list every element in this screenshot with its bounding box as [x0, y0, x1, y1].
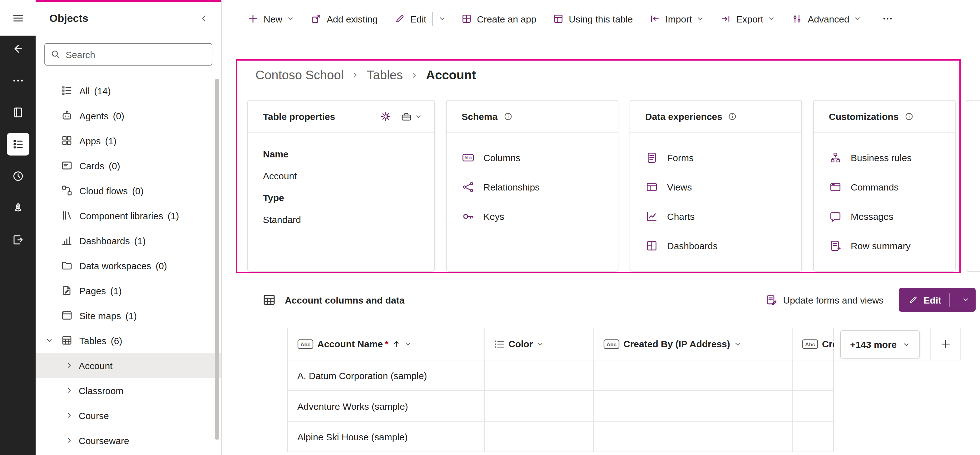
table-usage-icon	[552, 13, 564, 24]
rail-solutions-button[interactable]	[6, 101, 29, 124]
advanced-sliders-icon	[791, 13, 803, 24]
account-name-cell: Alpine Ski House (sample)	[288, 422, 485, 452]
views-link[interactable]: Views	[636, 172, 795, 202]
new-button[interactable]: New	[239, 6, 302, 31]
sidebar-item-cloud-flows[interactable]: Cloud flows (0)	[36, 178, 221, 203]
field-label-type: Type	[263, 187, 419, 208]
rail-objects-button[interactable]	[6, 133, 29, 156]
columns-link[interactable]: Abc Columns	[453, 143, 611, 172]
sidebar-scrollbar-thumb[interactable]	[215, 79, 219, 440]
field-value-name: Account	[263, 165, 419, 187]
text-type-icon: Abc	[603, 339, 620, 349]
sidebar-item-data-workspaces[interactable]: Data workspaces (0)	[36, 253, 221, 278]
sitemap-icon	[60, 309, 73, 321]
sidebar-item-classroom[interactable]: Classroom	[36, 378, 221, 403]
table-row[interactable]: Alpine Ski House (sample)	[288, 422, 833, 452]
collapse-sidebar-button[interactable]	[197, 11, 211, 25]
breadcrumb-tables-link[interactable]: Tables	[367, 68, 403, 83]
edit-dropdown-button[interactable]	[433, 6, 452, 31]
notebook-icon	[11, 106, 24, 119]
sidebar-item-pages[interactable]: Pages (1)	[36, 278, 221, 303]
export-button[interactable]: Export	[712, 6, 784, 31]
column-header-color[interactable]: Color	[485, 328, 594, 360]
table-settings-button[interactable]	[377, 107, 395, 126]
sidebar-item-site-maps[interactable]: Site maps (1)	[36, 303, 221, 328]
app-grid-icon	[461, 13, 472, 24]
sidebar-item-cards[interactable]: Cards (0)	[36, 153, 221, 178]
views-icon	[645, 180, 658, 194]
sidebar-item-agents[interactable]: Agents (0)	[36, 103, 221, 128]
business-rules-link[interactable]: Business rules	[820, 143, 949, 172]
using-this-table-button[interactable]: Using this table	[544, 6, 641, 31]
svg-text:Abc: Abc	[606, 341, 616, 347]
text-type-icon: Abc	[802, 339, 818, 349]
sidebar-title: Objects	[49, 12, 88, 25]
edit-button[interactable]: Edit	[386, 6, 432, 31]
info-icon[interactable]	[904, 112, 913, 121]
sidebar-item-account[interactable]: Account	[36, 353, 221, 378]
sidebar-item-tables[interactable]: Tables (6)	[36, 328, 221, 353]
line-chart-icon	[645, 210, 658, 223]
messages-link[interactable]: Messages	[820, 202, 949, 231]
rail-history-button[interactable]	[6, 165, 29, 188]
charts-link[interactable]: Charts	[636, 202, 795, 231]
data-experiences-card: Data experiences Forms Views	[630, 100, 802, 272]
row-summary-link[interactable]: Row summary	[820, 231, 949, 261]
table-hub-cards: Table properties Name	[247, 100, 956, 272]
sidebar-item-component-libraries[interactable]: Component libraries (1)	[36, 203, 221, 228]
add-existing-button[interactable]: Add existing	[302, 6, 386, 31]
bot-icon	[60, 109, 73, 122]
hamburger-button[interactable]	[0, 0, 36, 36]
chevron-down-icon	[438, 15, 445, 22]
table-row[interactable]: Adventure Works (sample)	[288, 391, 833, 422]
sidebar-item-course[interactable]: Course	[36, 403, 221, 428]
column-header-created-by-ip[interactable]: Abc Created By (IP Address)	[594, 328, 792, 360]
forms-link[interactable]: Forms	[636, 143, 795, 172]
grid-header-row: Abc Account Name * Color Abc Created By …	[288, 328, 833, 360]
sidebar-item-courseware[interactable]: Courseware	[36, 428, 221, 453]
commands-link[interactable]: Commands	[820, 172, 949, 202]
info-icon[interactable]	[503, 112, 512, 121]
svg-text:Abc: Abc	[805, 341, 815, 347]
account-name-cell: A. Datum Corporation (sample)	[288, 360, 485, 390]
more-columns-button[interactable]: +143 more	[840, 330, 920, 358]
toolbar-overflow-button[interactable]	[875, 6, 900, 31]
relationships-icon	[461, 180, 475, 194]
account-data-grid: Abc Account Name * Color Abc Created By …	[287, 328, 834, 452]
column-header-account-name[interactable]: Abc Account Name *	[288, 328, 485, 360]
toolbox-icon	[400, 111, 412, 123]
import-button[interactable]: Import	[641, 6, 712, 31]
column-header-truncated[interactable]: Abc Crea	[792, 328, 834, 360]
field-label-name: Name	[263, 143, 419, 165]
create-an-app-button[interactable]: Create an app	[452, 6, 544, 31]
history-clock-icon	[11, 170, 24, 182]
sidebar-item-dashboards[interactable]: Dashboards (1)	[36, 228, 221, 253]
breadcrumb-solution-link[interactable]: Contoso School	[256, 68, 344, 83]
add-column-button[interactable]	[930, 328, 960, 360]
info-icon[interactable]	[728, 112, 737, 121]
dashboard-icon	[645, 239, 658, 252]
update-forms-and-views-button[interactable]: Update forms and views	[765, 294, 884, 306]
chevron-right-icon	[351, 71, 359, 79]
rail-publish-button[interactable]	[6, 229, 29, 251]
sort-ascending-icon	[392, 340, 400, 348]
sidebar-search	[45, 43, 212, 65]
row-summary-icon	[829, 239, 842, 252]
rail-launch-button[interactable]	[6, 197, 29, 219]
edit-table-dropdown-button[interactable]	[956, 288, 976, 312]
advanced-button[interactable]: Advanced	[783, 6, 869, 31]
dashboards-link[interactable]: Dashboards	[636, 231, 795, 261]
columns-abc-icon: Abc	[461, 151, 475, 164]
table-row[interactable]: A. Datum Corporation (sample)	[288, 360, 833, 391]
rail-more-button[interactable]	[6, 69, 29, 92]
search-input[interactable]	[65, 49, 206, 60]
edit-table-button[interactable]: Edit	[923, 294, 941, 305]
relationships-link[interactable]: Relationships	[453, 172, 611, 202]
plus-icon	[247, 13, 259, 24]
sidebar-item-apps[interactable]: Apps (1)	[36, 128, 221, 153]
partial-card-edge	[966, 100, 980, 272]
table-tools-button[interactable]	[397, 107, 425, 126]
keys-link[interactable]: Keys	[453, 202, 611, 231]
sidebar-item-all[interactable]: All (14)	[36, 78, 221, 103]
back-button[interactable]	[6, 38, 29, 60]
